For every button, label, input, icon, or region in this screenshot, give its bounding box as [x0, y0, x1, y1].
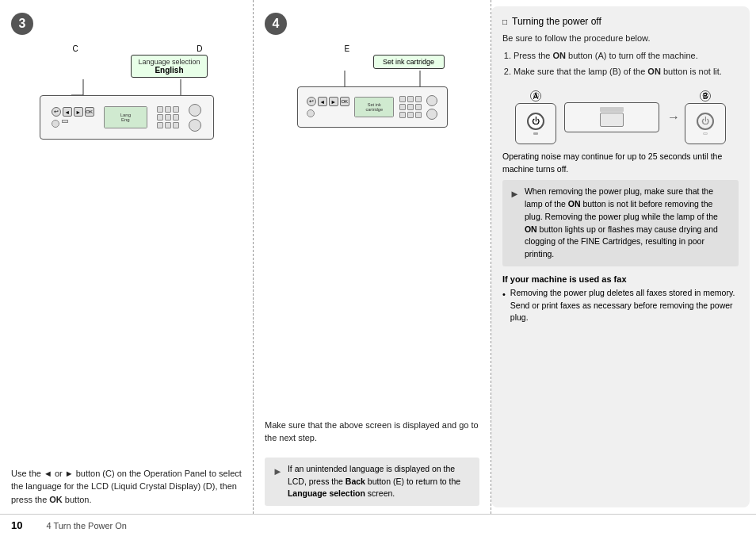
- power-btn-off: ⏻: [697, 113, 714, 130]
- diagram-area-left: C D Language selection English: [11, 41, 242, 461]
- lcd-display-left: Language selection English: [131, 55, 207, 78]
- warning-box: ► When removing the power plug, make sur…: [502, 180, 739, 266]
- key: [415, 112, 422, 118]
- key: [157, 122, 163, 128]
- power-symbol: ⏻: [532, 117, 540, 125]
- step3-description: Use the ◄ or ► button (C) on the Operati…: [11, 467, 242, 507]
- circle-btn1: [189, 104, 201, 117]
- icon2: [62, 120, 68, 123]
- arrow-right-icon: →: [667, 110, 680, 124]
- key: [173, 114, 179, 121]
- step-3-circle: 3: [11, 13, 33, 35]
- lamp-indicator: [533, 132, 538, 135]
- power-symbol-2: ⏻: [701, 117, 709, 125]
- power-btn-on: ⏻: [527, 113, 544, 130]
- printer-diagram-middle: ↩ ◄ ► OK Set inkcartridge: [297, 86, 448, 128]
- panel-right: Turning the power off Be sure to follow …: [491, 6, 750, 507]
- diagram-area-middle: E Set ink cartridge ↩ ◄ ►: [265, 41, 479, 412]
- fax-text: • Removing the power plug deletes all fa…: [502, 287, 739, 324]
- lcd-display-middle: Set ink cartridge: [373, 55, 445, 69]
- mini-printer-diagram: [564, 102, 659, 132]
- lcd-value: English: [138, 66, 200, 75]
- page-section-label: 4 Turn the Power On: [46, 521, 127, 530]
- printer-diagram-left: ↩ ◄ ► OK LangEng: [40, 95, 214, 140]
- panel-left: 3 C D Language selection English: [0, 0, 254, 514]
- right-panel-title: Turning the power off: [502, 16, 739, 27]
- key: [157, 114, 163, 121]
- key: [157, 106, 163, 113]
- left-btn: ◄: [63, 107, 72, 117]
- panel-middle: 4 E Set ink cartridge ↩: [254, 0, 491, 514]
- key: [165, 122, 171, 128]
- key: [407, 112, 414, 118]
- key: [173, 106, 179, 113]
- label-c: C: [73, 44, 78, 53]
- right-btn-m: ►: [329, 97, 338, 106]
- fax-text-content: Removing the power plug deletes all faxe…: [510, 287, 739, 324]
- keypad-area-middle: [399, 96, 422, 118]
- left-btn-m: ◄: [318, 97, 327, 106]
- display-area-left: LangEng: [104, 106, 147, 128]
- fax-title: If your machine is used as fax: [502, 274, 739, 284]
- key: [399, 112, 406, 118]
- ctrl-buttons-middle: ↩ ◄ ► OK: [307, 97, 349, 106]
- key: [407, 96, 414, 102]
- key: [407, 104, 414, 110]
- key: [165, 106, 171, 113]
- warning-arrow-icon: ►: [510, 186, 520, 261]
- fax-section: If your machine is used as fax • Removin…: [502, 274, 739, 324]
- page-number: 10: [11, 519, 22, 531]
- key: [415, 96, 422, 102]
- key: [399, 104, 406, 110]
- power-btn-box-1: ⏻: [515, 103, 556, 144]
- key: [165, 114, 171, 121]
- circle-btn2m: [426, 109, 437, 120]
- circle-btn1m: [426, 95, 437, 106]
- warning-text: When removing the power plug, make sure …: [525, 186, 731, 261]
- step-4-circle: 4: [265, 13, 287, 35]
- keypad-area-left: [157, 106, 179, 128]
- callout-lines-middle: [297, 71, 448, 86]
- step-2-text: Make sure that the lamp (B) of the ON bu…: [514, 65, 739, 79]
- key: [415, 104, 422, 110]
- back-btn: ↩: [52, 107, 61, 117]
- label-d: D: [197, 44, 202, 53]
- ok-btn: OK: [85, 107, 94, 117]
- mini-printer-body: [600, 113, 624, 127]
- onoff-diagram: ① A ⏻: [502, 90, 739, 144]
- callout-lines-left: [40, 79, 214, 95]
- right-panel-intro: Be sure to follow the procedure below. P…: [502, 32, 739, 84]
- page-container: 3 C D Language selection English: [0, 0, 756, 514]
- circle-btn2: [189, 119, 201, 132]
- display-area-middle: Set inkcartridge: [354, 97, 394, 117]
- icon1m: [307, 109, 315, 117]
- lamp-off-indicator: [703, 132, 708, 135]
- lcd-value-middle: Set ink cartridge: [380, 58, 437, 66]
- operating-note: Operating noise may continue for up to 2…: [502, 151, 739, 176]
- label-b-above: B: [703, 92, 708, 101]
- key: [173, 122, 179, 128]
- label-e: E: [345, 44, 350, 53]
- bottom-bar: 10 4 Turn the Power On: [0, 514, 756, 536]
- note-box-middle: ► If an unintended language is displayed…: [265, 458, 479, 506]
- note-arrow-icon: ►: [273, 464, 283, 500]
- mini-printer-top: [600, 107, 624, 112]
- ctrl-buttons-left: ↩ ◄ ► OK: [52, 107, 94, 117]
- back-btn-m: ↩: [307, 97, 316, 106]
- key: [399, 96, 406, 102]
- step4-description: Make sure that the above screen is displ…: [265, 419, 479, 445]
- steps-list: Press the ON button (A) to turn off the …: [514, 49, 739, 79]
- power-btn-box-2: ⏻: [685, 103, 726, 144]
- note-text-middle: If an unintended language is displayed o…: [288, 463, 472, 500]
- lcd-title: Language selection: [138, 58, 200, 66]
- icon1: [52, 120, 59, 128]
- step-1-text: Press the ON button (A) to turn off the …: [514, 49, 739, 63]
- right-btn: ►: [74, 107, 83, 117]
- label-a-above: A: [533, 92, 539, 101]
- ok-btn-m: OK: [340, 97, 349, 106]
